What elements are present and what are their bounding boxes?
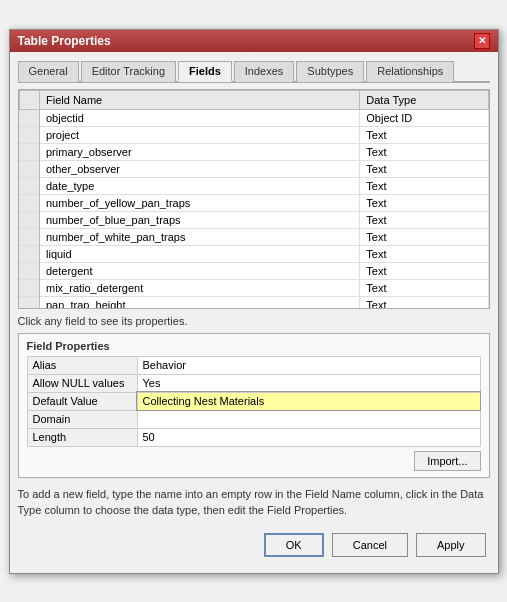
table-row[interactable]: other_observerText (19, 160, 488, 177)
import-button[interactable]: Import... (414, 451, 480, 471)
field-properties-group: Field Properties AliasBehaviorAllow NULL… (18, 333, 490, 478)
tab-subtypes[interactable]: Subtypes (296, 61, 364, 82)
property-label: Allow NULL values (27, 374, 137, 392)
property-label: Alias (27, 356, 137, 374)
col-indicator (19, 90, 40, 109)
property-value[interactable]: Collecting Nest Materials (137, 392, 480, 410)
table-row[interactable]: number_of_blue_pan_trapsText (19, 211, 488, 228)
data-type-cell: Object ID (360, 109, 488, 126)
field-table: Field Name Data Type objectidObject IDpr… (19, 90, 489, 309)
row-indicator-cell (19, 296, 40, 309)
tab-relationships[interactable]: Relationships (366, 61, 454, 82)
data-type-cell: Text (360, 296, 488, 309)
field-name-cell: other_observer (40, 160, 360, 177)
data-type-cell: Text (360, 262, 488, 279)
window-content: General Editor Tracking Fields Indexes S… (10, 52, 498, 573)
property-row: Domain (27, 410, 480, 428)
description-text: To add a new field, type the name into a… (18, 486, 490, 519)
table-row[interactable]: projectText (19, 126, 488, 143)
property-label: Domain (27, 410, 137, 428)
field-name-cell: liquid (40, 245, 360, 262)
table-row[interactable]: date_typeText (19, 177, 488, 194)
data-type-cell: Text (360, 279, 488, 296)
ok-button[interactable]: OK (264, 533, 324, 557)
property-value: Yes (137, 374, 480, 392)
property-value: 50 (137, 428, 480, 446)
data-type-cell: Text (360, 143, 488, 160)
col-data-type-header: Data Type (360, 90, 488, 109)
tab-indexes[interactable]: Indexes (234, 61, 295, 82)
col-field-name-header: Field Name (40, 90, 360, 109)
field-table-container: Field Name Data Type objectidObject IDpr… (18, 89, 490, 309)
row-indicator-cell (19, 245, 40, 262)
field-name-cell: objectid (40, 109, 360, 126)
field-name-cell: number_of_blue_pan_traps (40, 211, 360, 228)
cancel-button[interactable]: Cancel (332, 533, 408, 557)
property-value: Behavior (137, 356, 480, 374)
row-indicator-cell (19, 228, 40, 245)
row-indicator-cell (19, 109, 40, 126)
tab-general[interactable]: General (18, 61, 79, 82)
data-type-cell: Text (360, 126, 488, 143)
table-row[interactable]: liquidText (19, 245, 488, 262)
apply-button[interactable]: Apply (416, 533, 486, 557)
row-indicator-cell (19, 211, 40, 228)
property-value (137, 410, 480, 428)
table-row[interactable]: number_of_yellow_pan_trapsText (19, 194, 488, 211)
field-name-cell: number_of_yellow_pan_traps (40, 194, 360, 211)
data-type-cell: Text (360, 177, 488, 194)
row-indicator-cell (19, 279, 40, 296)
window-title: Table Properties (18, 34, 111, 48)
tab-fields[interactable]: Fields (178, 61, 232, 82)
property-row: Length50 (27, 428, 480, 446)
data-type-cell: Text (360, 211, 488, 228)
row-indicator-cell (19, 177, 40, 194)
table-row[interactable]: mix_ratio_detergentText (19, 279, 488, 296)
button-row: OK Cancel Apply (18, 529, 490, 565)
row-indicator-cell (19, 126, 40, 143)
row-indicator-cell (19, 194, 40, 211)
hint-text: Click any field to see its properties. (18, 315, 490, 327)
property-row: AliasBehavior (27, 356, 480, 374)
tab-editor-tracking[interactable]: Editor Tracking (81, 61, 176, 82)
close-button[interactable]: ✕ (474, 33, 490, 49)
table-properties-window: Table Properties ✕ General Editor Tracki… (9, 29, 499, 574)
table-row[interactable]: pan_trap_heightText (19, 296, 488, 309)
field-name-cell: mix_ratio_detergent (40, 279, 360, 296)
table-row[interactable]: number_of_white_pan_trapsText (19, 228, 488, 245)
tab-bar: General Editor Tracking Fields Indexes S… (18, 60, 490, 83)
row-indicator-cell (19, 262, 40, 279)
table-row[interactable]: objectidObject ID (19, 109, 488, 126)
field-properties-label: Field Properties (27, 340, 481, 352)
field-name-cell: date_type (40, 177, 360, 194)
field-name-cell: project (40, 126, 360, 143)
table-row[interactable]: detergentText (19, 262, 488, 279)
property-row: Allow NULL valuesYes (27, 374, 480, 392)
properties-table: AliasBehaviorAllow NULL valuesYesDefault… (27, 356, 481, 447)
data-type-cell: Text (360, 245, 488, 262)
property-row: Default ValueCollecting Nest Materials (27, 392, 480, 410)
property-label: Default Value (27, 392, 137, 410)
data-type-cell: Text (360, 160, 488, 177)
data-type-cell: Text (360, 228, 488, 245)
field-name-cell: pan_trap_height (40, 296, 360, 309)
field-name-cell: detergent (40, 262, 360, 279)
row-indicator-cell (19, 143, 40, 160)
field-name-cell: number_of_white_pan_traps (40, 228, 360, 245)
field-name-cell: primary_observer (40, 143, 360, 160)
table-row[interactable]: primary_observerText (19, 143, 488, 160)
data-type-cell: Text (360, 194, 488, 211)
property-label: Length (27, 428, 137, 446)
row-indicator-cell (19, 160, 40, 177)
title-bar: Table Properties ✕ (10, 30, 498, 52)
